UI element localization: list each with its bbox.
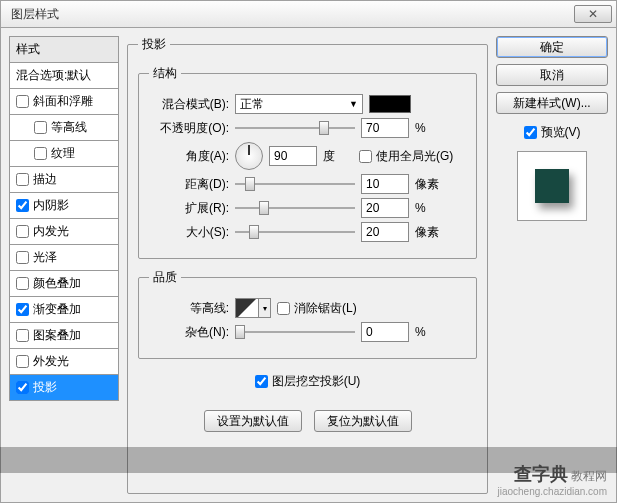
watermark: 查字典 教程网 jiaocheng.chazidian.com	[497, 462, 607, 497]
size-slider[interactable]	[235, 224, 355, 240]
sidebar-item-label: 颜色叠加	[33, 275, 81, 292]
noise-label: 杂色(N):	[149, 324, 229, 341]
sidebar-item-checkbox[interactable]	[16, 355, 29, 368]
sidebar-item-label: 渐变叠加	[33, 301, 81, 318]
set-default-button[interactable]: 设置为默认值	[204, 410, 302, 432]
new-style-button[interactable]: 新建样式(W)...	[496, 92, 608, 114]
sidebar-item-label: 等高线	[51, 119, 87, 136]
main-legend: 投影	[138, 36, 170, 53]
sidebar-item-checkbox[interactable]	[34, 121, 47, 134]
quality-group: 品质 等高线: ▾ 消除锯齿(L) 杂色(N): %	[138, 269, 477, 359]
sidebar-item-label: 内发光	[33, 223, 69, 240]
noise-slider[interactable]	[235, 324, 355, 340]
sidebar-item-checkbox[interactable]	[16, 381, 29, 394]
blend-mode-label: 混合模式(B):	[149, 96, 229, 113]
close-icon: ✕	[588, 7, 598, 21]
opacity-slider[interactable]	[235, 120, 355, 136]
sidebar-item-label: 光泽	[33, 249, 57, 266]
sidebar-item[interactable]: 斜面和浮雕	[9, 89, 119, 115]
sidebar-item-checkbox[interactable]	[16, 95, 29, 108]
close-button[interactable]: ✕	[574, 5, 612, 23]
preview-checkbox[interactable]: 预览(V)	[496, 124, 608, 141]
sidebar-item-checkbox[interactable]	[16, 251, 29, 264]
quality-legend: 品质	[149, 269, 181, 286]
blend-mode-dropdown[interactable]: 正常 ▼	[235, 94, 363, 114]
distance-slider[interactable]	[235, 176, 355, 192]
sidebar-item-label: 描边	[33, 171, 57, 188]
reset-default-button[interactable]: 复位为默认值	[314, 410, 412, 432]
spread-label: 扩展(R):	[149, 200, 229, 217]
noise-input[interactable]	[361, 322, 409, 342]
shadow-color-swatch[interactable]	[369, 95, 411, 113]
sidebar-item-checkbox[interactable]	[16, 173, 29, 186]
main-panel: 投影 结构 混合模式(B): 正常 ▼ 不透明度(O): % 角度(A):	[127, 36, 488, 494]
sidebar-item[interactable]: 描边	[9, 167, 119, 193]
sidebar-item[interactable]: 外发光	[9, 349, 119, 375]
opacity-input[interactable]	[361, 118, 409, 138]
preview-box	[517, 151, 587, 221]
contour-picker[interactable]	[235, 298, 259, 318]
sidebar-item-label: 纹理	[51, 145, 75, 162]
angle-input[interactable]	[269, 146, 317, 166]
sidebar-item-checkbox[interactable]	[16, 225, 29, 238]
sidebar-item[interactable]: 光泽	[9, 245, 119, 271]
contour-dropdown[interactable]: ▾	[259, 298, 271, 318]
sidebar-item[interactable]: 纹理	[9, 141, 119, 167]
opacity-label: 不透明度(O):	[149, 120, 229, 137]
sidebar-blend-default[interactable]: 混合选项:默认	[9, 63, 119, 89]
distance-label: 距离(D):	[149, 176, 229, 193]
distance-input[interactable]	[361, 174, 409, 194]
chevron-down-icon: ▼	[349, 99, 358, 109]
spread-slider[interactable]	[235, 200, 355, 216]
titlebar: 图层样式 ✕	[0, 0, 617, 28]
contour-label: 等高线:	[149, 300, 229, 317]
sidebar-item-label: 斜面和浮雕	[33, 93, 93, 110]
sidebar-item[interactable]: 内阴影	[9, 193, 119, 219]
global-light-checkbox[interactable]: 使用全局光(G)	[359, 148, 453, 165]
sidebar: 样式 混合选项:默认 斜面和浮雕等高线纹理描边内阴影内发光光泽颜色叠加渐变叠加图…	[9, 36, 119, 494]
right-column: 确定 取消 新建样式(W)... 预览(V)	[496, 36, 608, 494]
sidebar-item[interactable]: 内发光	[9, 219, 119, 245]
sidebar-item-label: 外发光	[33, 353, 69, 370]
size-input[interactable]	[361, 222, 409, 242]
content: 样式 混合选项:默认 斜面和浮雕等高线纹理描边内阴影内发光光泽颜色叠加渐变叠加图…	[0, 28, 617, 503]
sidebar-item-checkbox[interactable]	[16, 199, 29, 212]
knockout-checkbox[interactable]: 图层挖空投影(U)	[255, 373, 361, 390]
sidebar-item-label: 内阴影	[33, 197, 69, 214]
sidebar-item-label: 投影	[33, 379, 57, 396]
sidebar-item-label: 图案叠加	[33, 327, 81, 344]
preview-swatch	[535, 169, 569, 203]
window-title: 图层样式	[11, 6, 574, 23]
sidebar-item-checkbox[interactable]	[16, 303, 29, 316]
angle-dial[interactable]	[235, 142, 263, 170]
cancel-button[interactable]: 取消	[496, 64, 608, 86]
angle-label: 角度(A):	[149, 148, 229, 165]
sidebar-item-checkbox[interactable]	[16, 277, 29, 290]
size-label: 大小(S):	[149, 224, 229, 241]
sidebar-item[interactable]: 渐变叠加	[9, 297, 119, 323]
sidebar-header: 样式	[9, 36, 119, 63]
sidebar-item[interactable]: 图案叠加	[9, 323, 119, 349]
sidebar-item[interactable]: 颜色叠加	[9, 271, 119, 297]
spread-input[interactable]	[361, 198, 409, 218]
structure-legend: 结构	[149, 65, 181, 82]
sidebar-item[interactable]: 等高线	[9, 115, 119, 141]
structure-group: 结构 混合模式(B): 正常 ▼ 不透明度(O): % 角度(A): 度	[138, 65, 477, 259]
antialias-checkbox[interactable]: 消除锯齿(L)	[277, 300, 357, 317]
ok-button[interactable]: 确定	[496, 36, 608, 58]
sidebar-item[interactable]: 投影	[9, 375, 119, 401]
sidebar-item-checkbox[interactable]	[34, 147, 47, 160]
sidebar-item-checkbox[interactable]	[16, 329, 29, 342]
